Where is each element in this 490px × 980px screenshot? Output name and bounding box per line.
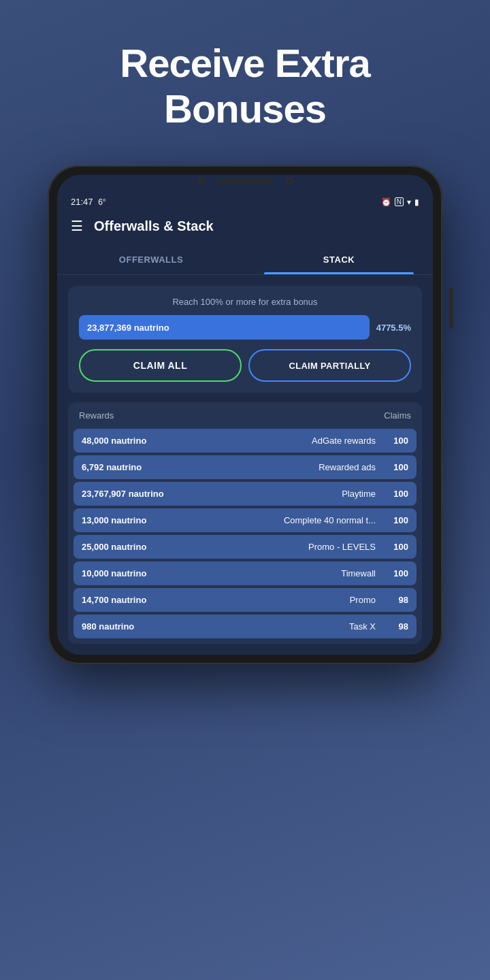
rewards-col-label: Rewards — [79, 410, 114, 421]
reward-row-1: 6,792 nautrino Rewarded ads 100 — [74, 455, 416, 479]
reward-claims-6: 98 — [381, 595, 408, 605]
reward-source-5: Timewall — [191, 568, 381, 578]
nfc-icon: N — [395, 197, 404, 206]
claim-all-button[interactable]: CLAIM ALL — [79, 349, 242, 382]
reward-row-7: 980 nautrino Task X 98 — [74, 615, 416, 638]
alarm-icon: ⏰ — [381, 197, 391, 207]
reward-source-4: Promo - LEVELS — [191, 542, 381, 552]
tabs-bar: OFFERWALLS STACK — [57, 245, 433, 275]
stack-card: Reach 100% or more for extra bonus 23,87… — [68, 286, 422, 393]
rewards-card: Rewards Claims 48,000 nautrino AdGate re… — [68, 402, 422, 644]
app-header: ☰ Offerwalls & Stack — [57, 210, 433, 245]
reward-claims-0: 100 — [381, 436, 408, 446]
stack-percentage: 4775.5% — [376, 323, 411, 333]
reward-row-4: 25,000 nautrino Promo - LEVELS 100 — [74, 535, 416, 559]
time-display: 21:47 — [71, 197, 93, 207]
camera-dot — [197, 178, 204, 184]
stack-hint: Reach 100% or more for extra bonus — [79, 297, 411, 307]
battery-icon: ▮ — [414, 197, 419, 207]
tab-offerwalls[interactable]: OFFERWALLS — [57, 245, 245, 274]
reward-row-0: 48,000 nautrino AdGate rewards 100 — [74, 429, 416, 453]
stack-amount: 23,877,369 nautrino — [87, 323, 169, 333]
phone-mockup: 21:47 6° ⏰ N ▾ ▮ ☰ Offerwalls & Stack OF… — [48, 165, 442, 664]
reward-source-0: AdGate rewards — [191, 436, 381, 446]
reward-amount-6: 14,700 nautrino — [82, 595, 191, 605]
reward-source-7: Task X — [191, 621, 381, 632]
reward-amount-7: 980 nautrino — [82, 621, 191, 632]
camera-notch — [57, 175, 433, 190]
reward-source-6: Promo — [191, 595, 381, 605]
status-bar: 21:47 6° ⏰ N ▾ ▮ — [57, 190, 433, 210]
claim-partially-button[interactable]: CLAIM PARTIALLY — [248, 349, 411, 382]
sensor-dot — [286, 178, 293, 184]
reward-amount-0: 48,000 nautrino — [82, 436, 191, 446]
speaker-bar — [218, 179, 272, 183]
phone-screen: 21:47 6° ⏰ N ▾ ▮ ☰ Offerwalls & Stack OF… — [57, 175, 433, 655]
reward-row-3: 13,000 nautrino Complete 40 normal t... … — [74, 508, 416, 532]
reward-source-1: Rewarded ads — [191, 462, 381, 472]
reward-row-2: 23,767,907 nautrino Playtime 100 — [74, 482, 416, 506]
reward-claims-3: 100 — [381, 515, 408, 525]
rewards-header: Rewards Claims — [68, 402, 422, 429]
progress-fill: 23,877,369 nautrino — [79, 315, 370, 340]
reward-claims-4: 100 — [381, 542, 408, 552]
progress-row: 23,877,369 nautrino 4775.5% — [79, 315, 411, 340]
reward-amount-5: 10,000 nautrino — [82, 568, 191, 578]
claim-buttons: CLAIM ALL CLAIM PARTIALLY — [79, 349, 411, 382]
status-time: 21:47 6° — [71, 197, 106, 207]
rewards-list: 48,000 nautrino AdGate rewards 100 6,792… — [68, 429, 422, 644]
status-icons: ⏰ N ▾ ▮ — [381, 197, 419, 207]
temp-display: 6° — [98, 197, 105, 207]
reward-amount-3: 13,000 nautrino — [82, 515, 191, 525]
reward-claims-2: 100 — [381, 489, 408, 499]
app-title: Offerwalls & Stack — [94, 218, 214, 234]
progress-bar: 23,877,369 nautrino — [79, 315, 370, 340]
reward-claims-1: 100 — [381, 462, 408, 472]
reward-amount-1: 6,792 nautrino — [82, 462, 191, 472]
claims-col-label: Claims — [384, 410, 411, 421]
reward-amount-2: 23,767,907 nautrino — [82, 489, 191, 499]
reward-amount-4: 25,000 nautrino — [82, 542, 191, 552]
reward-row-6: 14,700 nautrino Promo 98 — [74, 588, 416, 612]
phone-side-button — [449, 288, 453, 329]
reward-claims-5: 100 — [381, 568, 408, 578]
reward-row-5: 10,000 nautrino Timewall 100 — [74, 561, 416, 585]
menu-icon[interactable]: ☰ — [71, 218, 83, 234]
app-content: Reach 100% or more for extra bonus 23,87… — [57, 275, 433, 655]
reward-claims-7: 98 — [381, 621, 408, 632]
reward-source-2: Playtime — [191, 489, 381, 499]
hero-title: Receive Extra Bonuses — [0, 0, 490, 152]
reward-source-3: Complete 40 normal t... — [191, 515, 381, 525]
wifi-icon: ▾ — [407, 197, 411, 207]
tab-stack[interactable]: STACK — [245, 245, 433, 274]
